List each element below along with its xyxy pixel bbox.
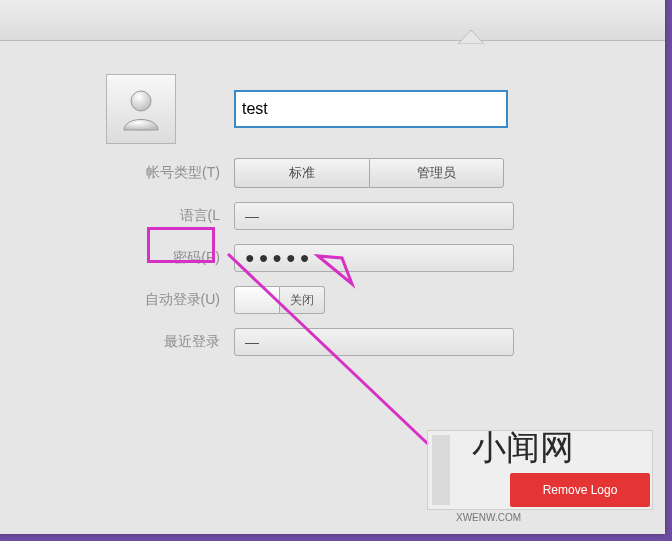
display-name-input[interactable] [234, 90, 508, 128]
account-type-label: 帐号类型(T) [60, 164, 234, 182]
account-type-admin[interactable]: 管理员 [369, 158, 505, 188]
svg-marker-0 [458, 30, 484, 44]
breadcrumb-pointer [458, 30, 484, 44]
watermark-bar [432, 435, 450, 505]
lastlogin-label: 最近登录 [60, 333, 234, 351]
remove-logo-button[interactable]: Remove Logo [510, 473, 650, 507]
watermark: 小闻网 Remove Logo XWENW.COM [427, 430, 653, 510]
annotation-highlight [147, 227, 215, 263]
settings-window: 帐号类型(T) 标准 管理员 语言(L — 密码(P) ●●●●● 自动登录(U… [0, 0, 665, 534]
language-label: 语言(L [60, 207, 234, 225]
switch-state: 关闭 [280, 286, 325, 314]
svg-point-1 [131, 91, 151, 111]
watermark-title: 小闻网 [472, 425, 574, 471]
language-selector[interactable]: — [234, 202, 514, 230]
lastlogin-value: — [234, 328, 514, 356]
window-titlebar [0, 0, 665, 41]
account-type-toggle[interactable]: 标准 管理员 [234, 158, 504, 188]
account-type-standard[interactable]: 标准 [234, 158, 369, 188]
avatar[interactable] [106, 74, 176, 144]
switch-track[interactable] [234, 286, 280, 314]
watermark-footer: XWENW.COM [456, 512, 521, 523]
password-field[interactable]: ●●●●● [234, 244, 514, 272]
autologin-label: 自动登录(U) [60, 291, 234, 309]
autologin-switch[interactable]: 关闭 [234, 286, 504, 314]
